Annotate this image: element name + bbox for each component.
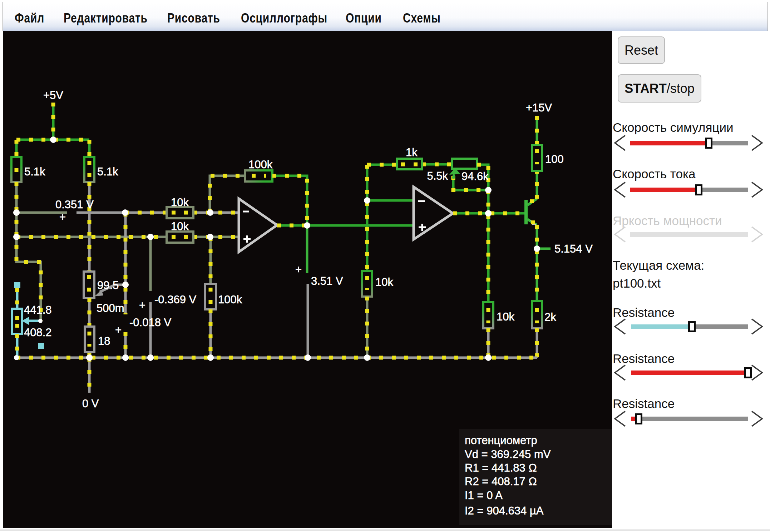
svg-text:-0.369 V: -0.369 V bbox=[154, 293, 197, 306]
svg-text:I1 = 0 A: I1 = 0 A bbox=[465, 489, 503, 502]
svg-text:0.351 V: 0.351 V bbox=[55, 198, 94, 211]
svg-text:100: 100 bbox=[545, 153, 564, 165]
svg-text:441.8: 441.8 bbox=[24, 304, 52, 316]
svg-text:94.6k: 94.6k bbox=[461, 170, 489, 183]
svg-text:+: + bbox=[59, 211, 66, 223]
svg-text:Vd = 369.245 mV: Vd = 369.245 mV bbox=[465, 448, 551, 461]
svg-text:99.5: 99.5 bbox=[97, 279, 119, 292]
svg-text:+15V: +15V bbox=[526, 101, 552, 114]
svg-text:0 V: 0 V bbox=[82, 397, 99, 410]
svg-text:10k: 10k bbox=[497, 310, 514, 323]
svg-text:10k: 10k bbox=[171, 196, 189, 209]
svg-text:100k: 100k bbox=[218, 293, 242, 306]
svg-text:408.2: 408.2 bbox=[24, 326, 52, 339]
svg-text:3.51 V: 3.51 V bbox=[311, 275, 343, 287]
svg-text:5.154 V: 5.154 V bbox=[554, 243, 593, 255]
svg-text:5.5k: 5.5k bbox=[427, 170, 448, 182]
svg-text:18: 18 bbox=[98, 335, 110, 347]
svg-text:5.1k: 5.1k bbox=[24, 165, 45, 178]
svg-text:+5V: +5V bbox=[43, 89, 63, 101]
svg-text:потенциометр: потенциометр bbox=[465, 434, 537, 447]
svg-text:I2 = 904.634 µA: I2 = 904.634 µA bbox=[465, 504, 544, 517]
svg-text:+: + bbox=[295, 263, 302, 276]
svg-text:R2 = 408.17 Ω: R2 = 408.17 Ω bbox=[465, 475, 537, 488]
svg-text:5.1k: 5.1k bbox=[97, 165, 118, 178]
svg-text:10k: 10k bbox=[375, 276, 393, 288]
svg-text:10k: 10k bbox=[171, 220, 189, 233]
svg-text:+: + bbox=[115, 324, 122, 336]
svg-text:2k: 2k bbox=[544, 311, 556, 323]
svg-text:100k: 100k bbox=[248, 158, 273, 171]
svg-text:-0.018 V: -0.018 V bbox=[129, 316, 172, 329]
svg-text:500m: 500m bbox=[97, 302, 124, 314]
svg-text:R1 = 441.83 Ω: R1 = 441.83 Ω bbox=[465, 462, 537, 474]
svg-text:1k: 1k bbox=[406, 146, 418, 159]
svg-text:+: + bbox=[139, 299, 145, 312]
